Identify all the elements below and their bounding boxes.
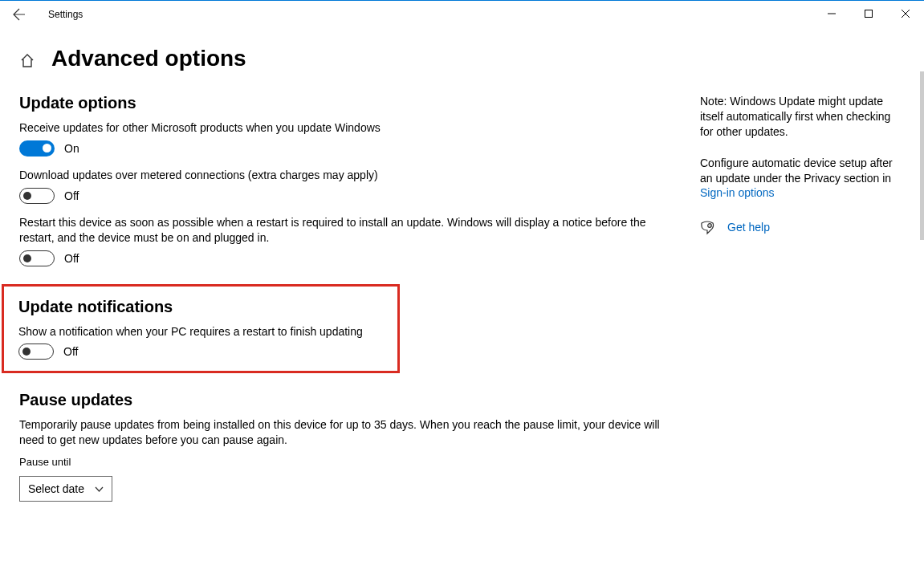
pause-desc: Temporarily pause updates from being ins… bbox=[19, 417, 661, 448]
toggle-state-label: Off bbox=[64, 189, 79, 202]
toggle-restart-notification[interactable] bbox=[18, 344, 54, 360]
pause-date-select[interactable]: Select date bbox=[19, 476, 112, 502]
minimize-button[interactable] bbox=[813, 1, 850, 26]
setting-desc: Show a notification when your PC require… bbox=[18, 324, 383, 339]
toggle-other-products[interactable] bbox=[19, 140, 55, 157]
back-button[interactable] bbox=[0, 1, 39, 28]
setting-desc: Download updates over metered connection… bbox=[19, 168, 678, 183]
toggle-auto-restart[interactable] bbox=[19, 250, 55, 266]
toggle-metered[interactable] bbox=[19, 188, 55, 204]
help-icon: ? bbox=[700, 221, 714, 235]
maximize-button[interactable] bbox=[850, 1, 887, 26]
section-update-notifications: Update notifications bbox=[18, 298, 383, 316]
minimize-icon bbox=[828, 10, 836, 18]
app-title: Settings bbox=[48, 9, 83, 20]
toggle-state-label: Off bbox=[63, 345, 78, 358]
toggle-state-label: On bbox=[64, 142, 79, 155]
back-arrow-icon bbox=[13, 8, 26, 21]
sidebar-note: Note: Windows Update might update itself… bbox=[700, 94, 898, 140]
home-icon[interactable] bbox=[19, 53, 35, 69]
sidebar-configure: Configure automatic device setup after a… bbox=[700, 156, 898, 201]
section-update-options: Update options bbox=[19, 94, 700, 112]
maximize-icon bbox=[865, 10, 873, 18]
setting-desc: Receive updates for other Microsoft prod… bbox=[19, 120, 678, 136]
chevron-down-icon bbox=[95, 485, 104, 494]
get-help-link[interactable]: Get help bbox=[727, 220, 770, 235]
scrollbar[interactable] bbox=[920, 71, 924, 240]
close-button[interactable] bbox=[887, 1, 924, 26]
title-bar: Settings bbox=[0, 1, 924, 28]
highlighted-section: Update notifications Show a notification… bbox=[2, 284, 400, 374]
page-title: Advanced options bbox=[51, 46, 246, 71]
close-icon bbox=[902, 10, 910, 18]
signin-options-link[interactable]: Sign-in options bbox=[700, 186, 775, 199]
section-pause-updates: Pause updates bbox=[19, 391, 700, 409]
toggle-state-label: Off bbox=[64, 252, 79, 265]
select-text: Select date bbox=[28, 482, 84, 495]
setting-desc: Restart this device as soon as possible … bbox=[19, 215, 678, 246]
svg-rect-0 bbox=[865, 10, 873, 18]
pause-until-label: Pause until bbox=[19, 456, 700, 468]
